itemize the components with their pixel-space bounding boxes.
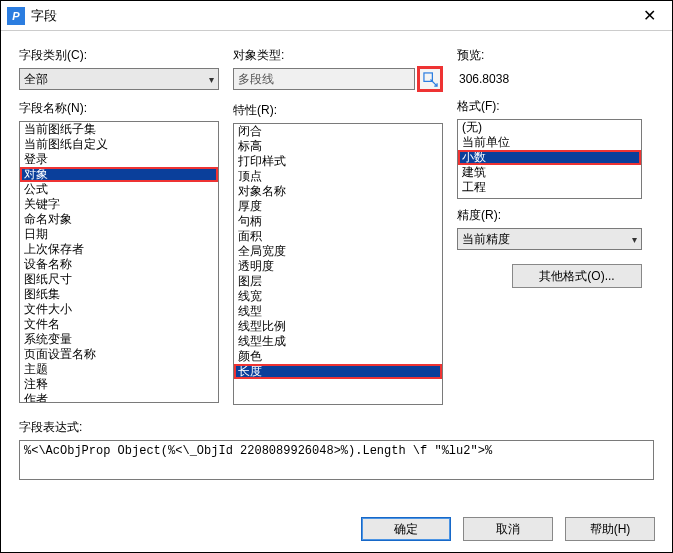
field-names-list[interactable]: 当前图纸子集当前图纸自定义登录对象公式关键字命名对象日期上次保存者设备名称图纸尺…: [19, 121, 219, 403]
close-button[interactable]: ✕: [626, 1, 672, 31]
field-category-value: 全部: [24, 71, 48, 88]
field-category-dropdown[interactable]: 全部 ▾: [19, 68, 219, 90]
list-item[interactable]: 面积: [234, 229, 442, 244]
list-item[interactable]: (无): [458, 120, 641, 135]
properties-label: 特性(R):: [233, 102, 443, 119]
titlebar: P 字段 ✕: [1, 1, 672, 31]
list-item[interactable]: 设备名称: [20, 257, 218, 272]
list-item[interactable]: 系统变量: [20, 332, 218, 347]
list-item[interactable]: 对象名称: [234, 184, 442, 199]
list-item[interactable]: 作者: [20, 392, 218, 403]
list-item[interactable]: 全局宽度: [234, 244, 442, 259]
list-item[interactable]: 闭合: [234, 124, 442, 139]
list-item[interactable]: 线型: [234, 304, 442, 319]
list-item[interactable]: 颜色: [234, 349, 442, 364]
list-item[interactable]: 图层: [234, 274, 442, 289]
list-item[interactable]: 厚度: [234, 199, 442, 214]
help-button[interactable]: 帮助(H): [565, 517, 655, 541]
dialog-footer: 确定 取消 帮助(H): [0, 507, 673, 553]
list-item[interactable]: 当前图纸子集: [20, 122, 218, 137]
select-object-icon: [423, 72, 438, 87]
list-item[interactable]: 图纸尺寸: [20, 272, 218, 287]
list-item[interactable]: 线型生成: [234, 334, 442, 349]
field-category-label: 字段类别(C):: [19, 47, 219, 64]
list-item[interactable]: 长度: [234, 364, 442, 379]
cancel-button[interactable]: 取消: [463, 517, 553, 541]
list-item[interactable]: 页面设置名称: [20, 347, 218, 362]
list-item[interactable]: 注释: [20, 377, 218, 392]
list-item[interactable]: 上次保存者: [20, 242, 218, 257]
list-item[interactable]: 句柄: [234, 214, 442, 229]
preview-value: 306.8038: [457, 68, 642, 90]
select-object-button[interactable]: [417, 66, 443, 92]
object-type-value: 多段线: [233, 68, 415, 90]
list-item[interactable]: 命名对象: [20, 212, 218, 227]
chevron-down-icon: ▾: [632, 234, 637, 245]
other-format-button[interactable]: 其他格式(O)...: [512, 264, 642, 288]
list-item[interactable]: 主题: [20, 362, 218, 377]
field-names-label: 字段名称(N):: [19, 100, 219, 117]
list-item[interactable]: 当前单位: [458, 135, 641, 150]
list-item[interactable]: 小数: [458, 150, 641, 165]
properties-list[interactable]: 闭合标高打印样式顶点对象名称厚度句柄面积全局宽度透明度图层线宽线型线型比例线型生…: [233, 123, 443, 405]
window-title: 字段: [31, 7, 626, 25]
list-item[interactable]: 工程: [458, 180, 641, 195]
precision-value: 当前精度: [462, 231, 510, 248]
list-item[interactable]: 线宽: [234, 289, 442, 304]
expression-box: %<\AcObjProp Object(%<\_ObjId 2208089926…: [19, 440, 654, 480]
list-item[interactable]: 图纸集: [20, 287, 218, 302]
format-label: 格式(F):: [457, 98, 642, 115]
preview-label: 预览:: [457, 47, 642, 64]
list-item[interactable]: 透明度: [234, 259, 442, 274]
expression-label: 字段表达式:: [19, 419, 654, 436]
list-item[interactable]: 打印样式: [234, 154, 442, 169]
object-type-label: 对象类型:: [233, 47, 443, 64]
list-item[interactable]: 公式: [20, 182, 218, 197]
chevron-down-icon: ▾: [209, 74, 214, 85]
list-item[interactable]: 登录: [20, 152, 218, 167]
list-item[interactable]: 顶点: [234, 169, 442, 184]
list-item[interactable]: 关键字: [20, 197, 218, 212]
list-item[interactable]: 建筑: [458, 165, 641, 180]
list-item[interactable]: 日期: [20, 227, 218, 242]
ok-button[interactable]: 确定: [361, 517, 451, 541]
list-item[interactable]: 文件大小: [20, 302, 218, 317]
list-item[interactable]: 文件名: [20, 317, 218, 332]
precision-label: 精度(R):: [457, 207, 642, 224]
list-item[interactable]: 对象: [20, 167, 218, 182]
format-list[interactable]: (无)当前单位小数建筑工程: [457, 119, 642, 199]
list-item[interactable]: 当前图纸自定义: [20, 137, 218, 152]
list-item[interactable]: 线型比例: [234, 319, 442, 334]
app-icon: P: [7, 7, 25, 25]
precision-dropdown[interactable]: 当前精度 ▾: [457, 228, 642, 250]
list-item[interactable]: 标高: [234, 139, 442, 154]
